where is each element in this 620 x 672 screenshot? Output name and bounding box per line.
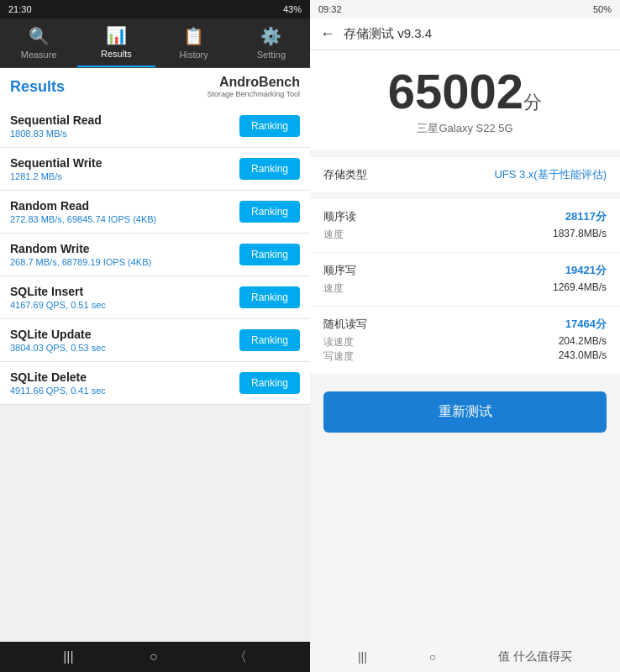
sqlite-update-ranking-btn[interactable]: Ranking: [239, 329, 300, 351]
nav-recent-btn-right[interactable]: |||: [358, 650, 367, 664]
metric-seq-write: 顺序写 19421分 速度 1269.4MB/s: [310, 253, 620, 307]
sqlite-update-title: SQLite Update: [10, 328, 106, 341]
androbench-logo: AndroBench Storage Benchmarking Tool: [208, 75, 300, 98]
metric-seq-write-score: 19421分: [565, 263, 607, 278]
seq-write-title: Sequential Write: [10, 156, 102, 170]
tab-setting[interactable]: ⚙️ Setting: [233, 18, 310, 67]
metric-rand-read-label: 读速度: [323, 335, 354, 349]
bench-item-sqlite-update: SQLite Update 3804.03 QPS, 0.53 sec Rank…: [0, 319, 310, 362]
time-left: 21:30: [8, 4, 32, 14]
nav-tabs: 🔍 Measure 📊 Results 📋 History ⚙️ Setting: [0, 18, 310, 68]
rand-write-ranking-btn[interactable]: Ranking: [239, 244, 300, 265]
retest-button[interactable]: 重新测试: [323, 391, 607, 433]
score-section: 65002分 三星Galaxy S22 5G: [310, 50, 620, 150]
tab-setting-label: Setting: [257, 50, 286, 60]
right-panel: 09:32 50% ← 存储测试 v9.3.4 65002分 三星Galaxy …: [310, 0, 620, 672]
seq-write-ranking-btn[interactable]: Ranking: [239, 158, 300, 180]
back-arrow-icon[interactable]: ←: [320, 25, 335, 43]
tab-measure-label: Measure: [21, 50, 57, 60]
metric-seq-write-name: 顺序写: [323, 263, 356, 278]
logo-sub: Storage Benchmarking Tool: [208, 90, 300, 98]
bench-item-sqlite-delete: SQLite Delete 4911.66 QPS, 0.41 sec Rank…: [0, 362, 310, 405]
sqlite-insert-title: SQLite Insert: [10, 285, 106, 298]
battery-right: 50%: [593, 4, 612, 14]
nav-recent-btn[interactable]: |||: [63, 649, 73, 664]
metric-seq-read-name: 顺序读: [323, 209, 356, 224]
measure-icon: 🔍: [29, 26, 50, 46]
status-bar-right: 09:32 50%: [310, 0, 620, 18]
results-title: Results: [10, 78, 65, 96]
nav-home-btn-right[interactable]: ○: [429, 650, 436, 664]
metric-seq-read-detail-value: 1837.8MB/s: [553, 228, 607, 242]
left-panel: 21:30 43% 🔍 Measure 📊 Results 📋 History …: [0, 0, 310, 672]
sqlite-insert-ranking-btn[interactable]: Ranking: [239, 286, 300, 308]
setting-icon: ⚙️: [260, 26, 281, 46]
bottom-bar-left: ||| ○ 〈: [0, 642, 310, 672]
bench-item-rand-write: Random Write 268.7 MB/s, 68789.19 IOPS (…: [0, 234, 310, 276]
seq-read-title: Sequential Read: [10, 113, 102, 127]
tab-results[interactable]: 📊 Results: [77, 18, 155, 67]
rand-read-value: 272.83 MB/s, 69845.74 IOPS (4KB): [10, 214, 156, 224]
results-header: Results AndroBench Storage Benchmarking …: [0, 68, 310, 105]
bench-item-seq-write: Sequential Write 1281.2 MB/s Ranking: [0, 148, 310, 191]
app-title: 存储测试 v9.3.4: [344, 26, 432, 42]
nav-home-btn[interactable]: ○: [150, 649, 158, 664]
seq-read-ranking-btn[interactable]: Ranking: [239, 115, 300, 137]
tab-results-label: Results: [101, 49, 132, 59]
seq-write-value: 1281.2 MB/s: [10, 171, 102, 181]
bench-item-rand-read: Random Read 272.83 MB/s, 69845.74 IOPS (…: [0, 191, 310, 234]
nav-app-btn-right[interactable]: 值 什么值得买: [498, 649, 572, 664]
results-icon: 📊: [106, 25, 127, 45]
bench-item-sqlite-insert: SQLite Insert 4167.69 QPS, 0.51 sec Rank…: [0, 276, 310, 319]
status-bar-left: 21:30 43%: [0, 0, 310, 18]
metric-rand-read-value: 204.2MB/s: [559, 335, 607, 349]
tab-history-label: History: [180, 50, 208, 60]
metric-seq-read-detail-label: 速度: [323, 228, 344, 242]
rand-read-title: Random Read: [10, 199, 156, 213]
nav-back-btn[interactable]: 〈: [234, 648, 247, 666]
metric-seq-write-detail-label: 速度: [323, 281, 344, 296]
metric-seq-read-score: 28117分: [565, 209, 607, 224]
retest-btn-wrap: 重新测试: [310, 375, 620, 449]
logo-text: AndroBench: [219, 75, 300, 90]
sqlite-delete-title: SQLite Delete: [10, 370, 106, 384]
bench-item-seq-read: Sequential Read 1808.83 MB/s Ranking: [0, 105, 310, 148]
sqlite-insert-value: 4167.69 QPS, 0.51 sec: [10, 300, 106, 310]
battery-left: 43%: [283, 4, 302, 14]
rand-write-value: 268.7 MB/s, 68789.19 IOPS (4KB): [10, 257, 151, 267]
bottom-bar-right: ||| ○ 值 什么值得买: [310, 642, 620, 672]
metric-seq-write-detail-value: 1269.4MB/s: [553, 281, 607, 296]
storage-type-value: UFS 3.x(基于性能评估): [494, 167, 607, 182]
score-display: 65002分: [323, 67, 607, 116]
rand-read-ranking-btn[interactable]: Ranking: [239, 201, 300, 223]
rand-write-title: Random Write: [10, 242, 151, 255]
tab-history[interactable]: 📋 History: [155, 18, 233, 67]
storage-type-label: 存储类型: [323, 167, 367, 182]
sqlite-delete-ranking-btn[interactable]: Ranking: [239, 372, 300, 394]
history-icon: 📋: [183, 26, 204, 46]
sqlite-delete-value: 4911.66 QPS, 0.41 sec: [10, 386, 106, 396]
seq-read-value: 1808.83 MB/s: [10, 129, 102, 139]
score-number: 65002: [388, 64, 523, 118]
metric-rand-write-value: 243.0MB/s: [559, 349, 607, 364]
score-unit: 分: [523, 92, 542, 113]
metric-rand-rw-name: 随机读写: [323, 317, 367, 332]
storage-type-row: 存储类型 UFS 3.x(基于性能评估): [310, 156, 620, 192]
time-right: 09:32: [318, 4, 342, 14]
metrics-section: 顺序读 28117分 速度 1837.8MB/s 顺序写 19421分 速度 1…: [310, 199, 620, 375]
sqlite-update-value: 3804.03 QPS, 0.53 sec: [10, 343, 106, 353]
metric-rand-rw-score: 17464分: [565, 317, 607, 332]
metric-rand-write-label: 写速度: [323, 349, 354, 364]
app-header: ← 存储测试 v9.3.4: [310, 18, 620, 50]
score-device: 三星Galaxy S22 5G: [323, 121, 607, 136]
tab-measure[interactable]: 🔍 Measure: [0, 18, 77, 67]
metric-rand-rw: 随机读写 17464分 读速度 204.2MB/s 写速度 243.0MB/s: [310, 307, 620, 375]
bench-list: Sequential Read 1808.83 MB/s Ranking Seq…: [0, 105, 310, 642]
metric-seq-read: 顺序读 28117分 速度 1837.8MB/s: [310, 199, 620, 253]
